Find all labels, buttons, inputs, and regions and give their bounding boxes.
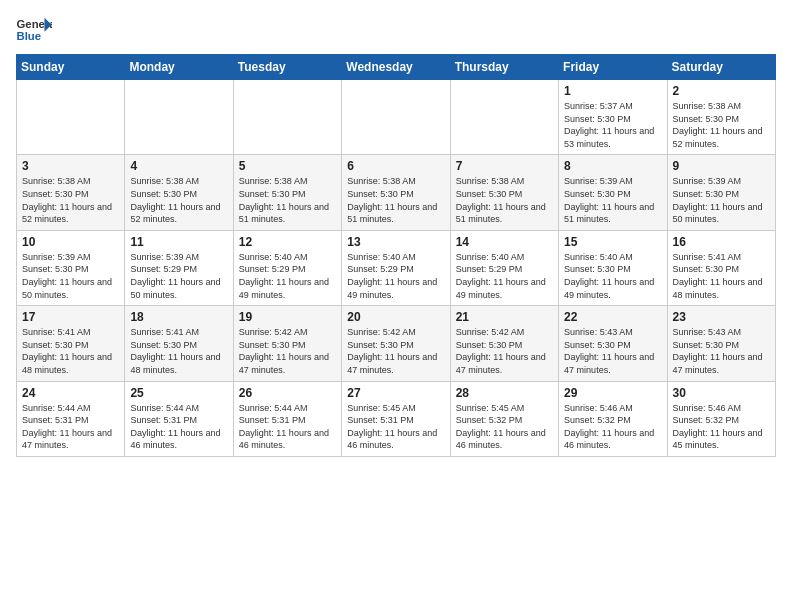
day-info: Sunrise: 5:38 AMSunset: 5:30 PMDaylight:… [673, 100, 770, 150]
day-number: 29 [564, 386, 661, 400]
logo: General Blue [16, 16, 56, 44]
day-number: 3 [22, 159, 119, 173]
day-info: Sunrise: 5:41 AMSunset: 5:30 PMDaylight:… [673, 251, 770, 301]
day-info: Sunrise: 5:41 AMSunset: 5:30 PMDaylight:… [130, 326, 227, 376]
day-cell: 13 Sunrise: 5:40 AMSunset: 5:29 PMDaylig… [342, 230, 450, 305]
logo-icon: General Blue [16, 16, 52, 44]
day-info: Sunrise: 5:43 AMSunset: 5:30 PMDaylight:… [564, 326, 661, 376]
calendar-header-thursday: Thursday [450, 55, 558, 80]
day-cell [342, 80, 450, 155]
day-cell: 4 Sunrise: 5:38 AMSunset: 5:30 PMDayligh… [125, 155, 233, 230]
day-cell: 8 Sunrise: 5:39 AMSunset: 5:30 PMDayligh… [559, 155, 667, 230]
day-cell: 20 Sunrise: 5:42 AMSunset: 5:30 PMDaylig… [342, 306, 450, 381]
week-row-1: 3 Sunrise: 5:38 AMSunset: 5:30 PMDayligh… [17, 155, 776, 230]
week-row-0: 1 Sunrise: 5:37 AMSunset: 5:30 PMDayligh… [17, 80, 776, 155]
day-cell [450, 80, 558, 155]
day-cell: 16 Sunrise: 5:41 AMSunset: 5:30 PMDaylig… [667, 230, 775, 305]
day-number: 14 [456, 235, 553, 249]
day-info: Sunrise: 5:40 AMSunset: 5:30 PMDaylight:… [564, 251, 661, 301]
day-number: 2 [673, 84, 770, 98]
day-cell: 18 Sunrise: 5:41 AMSunset: 5:30 PMDaylig… [125, 306, 233, 381]
calendar-header-monday: Monday [125, 55, 233, 80]
day-number: 13 [347, 235, 444, 249]
day-info: Sunrise: 5:40 AMSunset: 5:29 PMDaylight:… [456, 251, 553, 301]
day-info: Sunrise: 5:41 AMSunset: 5:30 PMDaylight:… [22, 326, 119, 376]
day-cell: 22 Sunrise: 5:43 AMSunset: 5:30 PMDaylig… [559, 306, 667, 381]
day-number: 15 [564, 235, 661, 249]
calendar-header-wednesday: Wednesday [342, 55, 450, 80]
day-number: 17 [22, 310, 119, 324]
day-number: 25 [130, 386, 227, 400]
calendar-header-row: SundayMondayTuesdayWednesdayThursdayFrid… [17, 55, 776, 80]
calendar-header-sunday: Sunday [17, 55, 125, 80]
day-info: Sunrise: 5:38 AMSunset: 5:30 PMDaylight:… [130, 175, 227, 225]
day-cell: 17 Sunrise: 5:41 AMSunset: 5:30 PMDaylig… [17, 306, 125, 381]
day-number: 12 [239, 235, 336, 249]
day-info: Sunrise: 5:46 AMSunset: 5:32 PMDaylight:… [564, 402, 661, 452]
day-info: Sunrise: 5:43 AMSunset: 5:30 PMDaylight:… [673, 326, 770, 376]
day-number: 24 [22, 386, 119, 400]
day-info: Sunrise: 5:42 AMSunset: 5:30 PMDaylight:… [456, 326, 553, 376]
day-cell: 14 Sunrise: 5:40 AMSunset: 5:29 PMDaylig… [450, 230, 558, 305]
day-cell: 6 Sunrise: 5:38 AMSunset: 5:30 PMDayligh… [342, 155, 450, 230]
day-cell: 23 Sunrise: 5:43 AMSunset: 5:30 PMDaylig… [667, 306, 775, 381]
calendar-header-tuesday: Tuesday [233, 55, 341, 80]
day-number: 23 [673, 310, 770, 324]
day-cell: 9 Sunrise: 5:39 AMSunset: 5:30 PMDayligh… [667, 155, 775, 230]
day-cell: 1 Sunrise: 5:37 AMSunset: 5:30 PMDayligh… [559, 80, 667, 155]
day-info: Sunrise: 5:44 AMSunset: 5:31 PMDaylight:… [130, 402, 227, 452]
day-number: 18 [130, 310, 227, 324]
svg-text:Blue: Blue [17, 30, 42, 42]
day-info: Sunrise: 5:39 AMSunset: 5:30 PMDaylight:… [673, 175, 770, 225]
day-number: 16 [673, 235, 770, 249]
day-cell: 27 Sunrise: 5:45 AMSunset: 5:31 PMDaylig… [342, 381, 450, 456]
day-cell: 30 Sunrise: 5:46 AMSunset: 5:32 PMDaylig… [667, 381, 775, 456]
day-cell: 24 Sunrise: 5:44 AMSunset: 5:31 PMDaylig… [17, 381, 125, 456]
day-cell: 19 Sunrise: 5:42 AMSunset: 5:30 PMDaylig… [233, 306, 341, 381]
day-info: Sunrise: 5:38 AMSunset: 5:30 PMDaylight:… [347, 175, 444, 225]
day-cell: 7 Sunrise: 5:38 AMSunset: 5:30 PMDayligh… [450, 155, 558, 230]
day-info: Sunrise: 5:46 AMSunset: 5:32 PMDaylight:… [673, 402, 770, 452]
day-info: Sunrise: 5:45 AMSunset: 5:32 PMDaylight:… [456, 402, 553, 452]
day-number: 26 [239, 386, 336, 400]
day-cell: 29 Sunrise: 5:46 AMSunset: 5:32 PMDaylig… [559, 381, 667, 456]
day-number: 28 [456, 386, 553, 400]
day-cell: 12 Sunrise: 5:40 AMSunset: 5:29 PMDaylig… [233, 230, 341, 305]
day-cell: 2 Sunrise: 5:38 AMSunset: 5:30 PMDayligh… [667, 80, 775, 155]
day-number: 22 [564, 310, 661, 324]
day-cell: 15 Sunrise: 5:40 AMSunset: 5:30 PMDaylig… [559, 230, 667, 305]
day-cell [125, 80, 233, 155]
week-row-3: 17 Sunrise: 5:41 AMSunset: 5:30 PMDaylig… [17, 306, 776, 381]
day-number: 21 [456, 310, 553, 324]
week-row-2: 10 Sunrise: 5:39 AMSunset: 5:30 PMDaylig… [17, 230, 776, 305]
day-number: 7 [456, 159, 553, 173]
day-number: 11 [130, 235, 227, 249]
calendar-header-friday: Friday [559, 55, 667, 80]
day-number: 19 [239, 310, 336, 324]
day-info: Sunrise: 5:39 AMSunset: 5:30 PMDaylight:… [22, 251, 119, 301]
day-info: Sunrise: 5:39 AMSunset: 5:30 PMDaylight:… [564, 175, 661, 225]
day-info: Sunrise: 5:37 AMSunset: 5:30 PMDaylight:… [564, 100, 661, 150]
day-cell: 26 Sunrise: 5:44 AMSunset: 5:31 PMDaylig… [233, 381, 341, 456]
day-info: Sunrise: 5:40 AMSunset: 5:29 PMDaylight:… [239, 251, 336, 301]
day-info: Sunrise: 5:44 AMSunset: 5:31 PMDaylight:… [22, 402, 119, 452]
day-cell [233, 80, 341, 155]
day-number: 5 [239, 159, 336, 173]
day-info: Sunrise: 5:42 AMSunset: 5:30 PMDaylight:… [239, 326, 336, 376]
header: General Blue [16, 16, 776, 44]
day-info: Sunrise: 5:45 AMSunset: 5:31 PMDaylight:… [347, 402, 444, 452]
day-cell: 3 Sunrise: 5:38 AMSunset: 5:30 PMDayligh… [17, 155, 125, 230]
day-cell: 11 Sunrise: 5:39 AMSunset: 5:29 PMDaylig… [125, 230, 233, 305]
day-cell [17, 80, 125, 155]
day-cell: 5 Sunrise: 5:38 AMSunset: 5:30 PMDayligh… [233, 155, 341, 230]
day-number: 27 [347, 386, 444, 400]
calendar: SundayMondayTuesdayWednesdayThursdayFrid… [16, 54, 776, 457]
day-number: 1 [564, 84, 661, 98]
day-info: Sunrise: 5:39 AMSunset: 5:29 PMDaylight:… [130, 251, 227, 301]
day-number: 10 [22, 235, 119, 249]
day-info: Sunrise: 5:38 AMSunset: 5:30 PMDaylight:… [456, 175, 553, 225]
day-info: Sunrise: 5:44 AMSunset: 5:31 PMDaylight:… [239, 402, 336, 452]
day-info: Sunrise: 5:38 AMSunset: 5:30 PMDaylight:… [239, 175, 336, 225]
day-cell: 21 Sunrise: 5:42 AMSunset: 5:30 PMDaylig… [450, 306, 558, 381]
day-number: 9 [673, 159, 770, 173]
